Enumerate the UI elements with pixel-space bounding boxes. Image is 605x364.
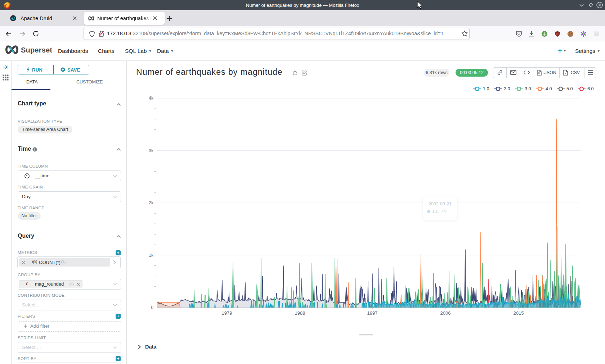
- svg-text:6.0: 6.0: [587, 86, 593, 91]
- svg-text:1988: 1988: [295, 310, 305, 316]
- svg-text:5.0: 5.0: [566, 86, 573, 91]
- svg-text:?: ?: [71, 283, 73, 286]
- svg-text:0: 0: [151, 305, 153, 310]
- svg-text:2006: 2006: [440, 310, 451, 316]
- svg-text:x: x: [565, 72, 566, 75]
- svg-text:3.0: 3.0: [525, 86, 531, 91]
- svg-text:4.0: 4.0: [546, 86, 552, 91]
- svg-text:2015: 2015: [514, 310, 524, 316]
- svg-text:2.0: 2.0: [504, 86, 510, 91]
- svg-text:1979: 1979: [222, 310, 232, 316]
- svg-text:1.0: 1.0: [483, 86, 489, 91]
- svg-text:4k: 4k: [149, 96, 154, 101]
- svg-text:2k: 2k: [149, 200, 154, 205]
- svg-text:3k: 3k: [149, 148, 154, 153]
- svg-text:1997: 1997: [367, 310, 378, 316]
- svg-text:1k: 1k: [149, 253, 154, 258]
- svg-text:?: ?: [63, 261, 64, 264]
